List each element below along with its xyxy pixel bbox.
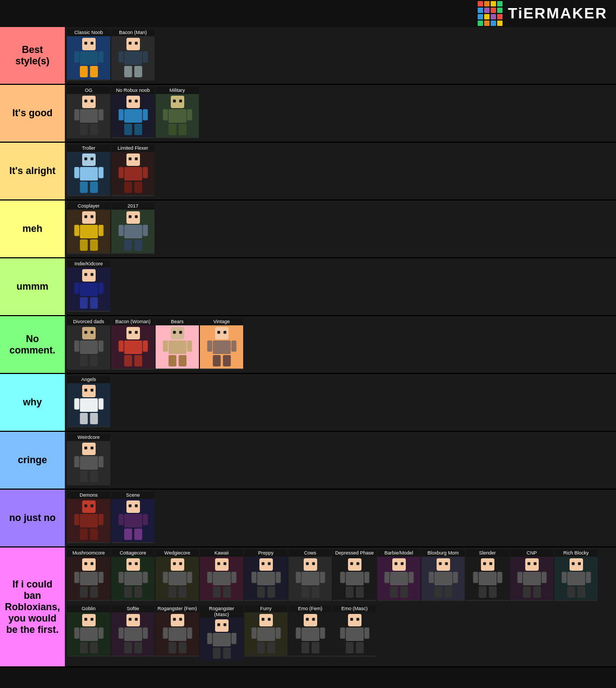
list-item[interactable]: Rogangster (Fem) — [156, 605, 199, 657]
list-item[interactable]: OG — [67, 87, 110, 138]
svg-rect-173 — [231, 572, 236, 583]
list-item[interactable]: Demons — [67, 492, 110, 543]
list-item[interactable]: Vintage — [200, 318, 243, 370]
svg-rect-137 — [129, 504, 131, 507]
svg-rect-12 — [118, 51, 123, 63]
tier-label-why: why — [0, 374, 65, 431]
list-item[interactable]: Emo (Fem) — [289, 605, 332, 657]
svg-rect-8 — [126, 38, 140, 50]
svg-rect-130 — [90, 504, 93, 507]
list-item[interactable]: Depressed Phase — [333, 550, 376, 601]
svg-rect-41 — [84, 157, 87, 160]
list-item[interactable]: Kawaii — [200, 550, 243, 601]
list-item[interactable]: Divorced dads — [67, 318, 110, 370]
tier-row-ummm: ummmIndie/Kidcore — [0, 258, 616, 316]
list-item[interactable]: Weirdcore — [67, 434, 110, 485]
svg-rect-269 — [231, 633, 236, 644]
list-item[interactable]: Cottagecore — [111, 550, 155, 601]
svg-rect-279 — [267, 642, 275, 653]
svg-rect-295 — [356, 642, 364, 653]
svg-rect-218 — [489, 562, 492, 565]
list-item[interactable]: Barbie/Model — [377, 550, 420, 601]
list-item[interactable]: Cosplayer — [67, 203, 110, 254]
tier-items-cringe: Weirdcore — [65, 432, 616, 489]
svg-rect-178 — [267, 562, 270, 565]
svg-rect-87 — [90, 355, 98, 366]
item-label: Barbie/Model — [377, 550, 420, 557]
list-item[interactable]: Preppy — [244, 550, 287, 601]
svg-rect-53 — [143, 167, 148, 178]
item-label: Kawaii — [200, 550, 243, 557]
item-image — [111, 210, 155, 253]
list-item[interactable]: Wedgiecore — [156, 550, 199, 601]
svg-rect-159 — [134, 586, 142, 598]
list-item[interactable]: CNP — [510, 550, 553, 601]
svg-rect-196 — [340, 572, 345, 583]
item-image — [200, 325, 243, 369]
svg-rect-51 — [124, 167, 142, 181]
svg-rect-99 — [168, 340, 186, 354]
svg-rect-4 — [74, 51, 79, 63]
svg-rect-260 — [163, 627, 168, 639]
svg-rect-181 — [276, 572, 280, 583]
list-item[interactable]: Rogangster (Masc) — [200, 605, 243, 662]
item-image — [67, 94, 110, 137]
list-item[interactable]: Limited Flexer — [111, 145, 155, 196]
svg-rect-211 — [434, 572, 452, 585]
tier-items-nojustno: Demons Scene — [65, 490, 616, 546]
svg-rect-54 — [124, 182, 132, 193]
item-label: Emo (Fem) — [289, 605, 332, 612]
svg-rect-131 — [79, 514, 97, 527]
list-item[interactable]: Bacon (Woman) — [111, 318, 155, 370]
list-item[interactable]: Troller — [67, 145, 110, 196]
svg-rect-37 — [187, 109, 192, 121]
svg-rect-9 — [129, 42, 131, 44]
svg-rect-10 — [135, 42, 137, 44]
svg-rect-43 — [79, 167, 97, 181]
svg-rect-213 — [453, 572, 458, 583]
svg-rect-42 — [90, 157, 93, 160]
list-item[interactable]: Classic Noob — [67, 29, 110, 81]
svg-rect-186 — [312, 562, 314, 565]
svg-rect-221 — [497, 572, 502, 583]
list-item[interactable]: Softie — [111, 605, 155, 657]
list-item[interactable]: No Robux noob — [111, 87, 155, 138]
list-item[interactable]: Goblin — [67, 605, 110, 657]
list-item[interactable]: Angels — [67, 376, 110, 428]
list-item[interactable]: Indie/Kidcore — [67, 260, 110, 312]
svg-rect-110 — [212, 355, 220, 366]
list-item[interactable]: Emo (Masc) — [333, 605, 376, 657]
item-label: Goblin — [67, 605, 110, 612]
tier-label-best: Best style(s) — [0, 27, 65, 84]
svg-rect-265 — [217, 624, 220, 626]
svg-rect-233 — [572, 562, 574, 565]
item-label: No Robux noob — [111, 87, 155, 94]
svg-rect-167 — [178, 586, 186, 598]
svg-rect-256 — [171, 614, 184, 626]
svg-rect-166 — [168, 586, 176, 598]
list-item[interactable]: Scene — [111, 492, 155, 543]
list-item[interactable]: Mushroomcore — [67, 550, 110, 601]
svg-rect-116 — [74, 398, 79, 410]
list-item[interactable]: Cows — [289, 550, 332, 601]
svg-rect-147 — [79, 572, 97, 585]
item-image — [333, 557, 376, 600]
list-item[interactable]: 2017 — [111, 203, 155, 254]
list-item[interactable]: Military — [156, 87, 199, 138]
list-item[interactable]: Bloxburg Mom — [421, 550, 465, 601]
list-item[interactable]: Slender — [466, 550, 509, 601]
svg-rect-285 — [320, 627, 325, 639]
list-item[interactable]: Furry — [244, 605, 287, 657]
list-item[interactable]: Bears — [156, 318, 199, 370]
tier-row-alright: It's alrightTroller Limited Flexer — [0, 143, 616, 201]
svg-rect-200 — [392, 558, 406, 571]
svg-rect-150 — [79, 586, 88, 598]
item-image — [67, 612, 110, 656]
svg-rect-50 — [135, 157, 137, 160]
item-label: Bloxburg Mom — [421, 550, 465, 557]
list-item[interactable]: Bacon (Man) — [111, 29, 155, 81]
svg-rect-70 — [124, 239, 132, 251]
tier-row-nojustno: no just noDemons Scene — [0, 490, 616, 547]
list-item[interactable]: Rich Blocky — [554, 550, 598, 601]
svg-rect-258 — [179, 618, 182, 620]
